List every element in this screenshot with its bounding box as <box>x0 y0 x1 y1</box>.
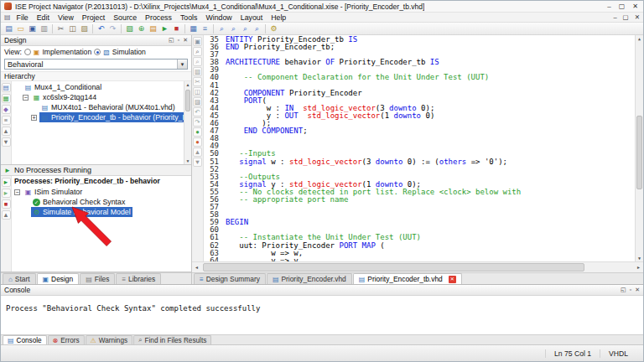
code-line-57[interactable]: 57 <box>204 204 635 211</box>
close-tab-icon[interactable]: ✕ <box>449 276 456 283</box>
code-line-56[interactable]: 56 -- appropriate port name <box>204 196 635 204</box>
panel-tab-design[interactable]: ▣Design <box>37 273 80 284</box>
design-summary-icon[interactable]: ≡ <box>200 23 210 34</box>
mdi-close-icon[interactable]: ✕ <box>635 13 640 21</box>
redo-edit-icon[interactable]: ↷ <box>193 117 202 127</box>
stop-icon[interactable]: ■ <box>171 23 182 34</box>
lightbulb-icon[interactable]: ⚙ <box>268 23 279 34</box>
zoom-out-icon[interactable]: ⌕ <box>228 23 239 34</box>
run-icon[interactable]: ► <box>159 23 170 34</box>
find-next-icon[interactable]: ⌕ <box>193 57 202 66</box>
zoom-in-icon[interactable]: ⌕ <box>216 23 227 34</box>
panel-dock-icon[interactable]: ◱ <box>169 37 174 44</box>
save-file-icon[interactable]: ▣ <box>193 37 202 46</box>
menu-file[interactable]: File <box>13 13 33 22</box>
menu-view[interactable]: View <box>54 13 78 22</box>
redo-icon[interactable]: ↷ <box>107 23 118 34</box>
scroll-right-icon[interactable]: ► <box>636 265 641 270</box>
expander-plus-icon[interactable]: + <box>31 115 37 121</box>
new-file-icon[interactable]: ▤ <box>3 23 14 34</box>
code-line-58[interactable]: 58 <box>204 211 635 219</box>
code-editor[interactable]: 35ENTITY Priority_Encoder_tb IS36END Pri… <box>204 35 643 261</box>
mdi-minimize-icon[interactable]: – <box>613 13 616 21</box>
editor-tab-priority-encoder-tb-vhd[interactable]: ▤Priority_Encoder_tb.vhd✕ <box>353 273 462 284</box>
editor-vertical-scrollbar[interactable]: ▲ ▼ <box>635 35 643 261</box>
menu-source[interactable]: Source <box>109 13 141 22</box>
hierarchy-item-mux4to1-behavioral-mux4to1-vhd[interactable]: ▤MUX4to1 - Behavioral (MUX4to1.vhd) <box>12 102 184 112</box>
snapshots-view-icon[interactable]: ◆ <box>2 105 11 114</box>
move-up-icon[interactable]: ▲ <box>2 127 11 136</box>
editor-tab-design-summary[interactable]: ≡Design Summary <box>194 273 266 284</box>
hierarchy-item-xc6slx9-2tqg144[interactable]: −▦xc6slx9-2tqg144 <box>12 92 184 102</box>
panel-tab-files[interactable]: ▤Files <box>80 273 115 284</box>
console-tab-warnings[interactable]: ⚠Warnings <box>86 335 132 344</box>
stop-process-icon[interactable]: ■ <box>2 199 11 209</box>
window-minimize-icon[interactable]: – <box>607 3 610 10</box>
code-line-47[interactable]: 47 END COMPONENT; <box>204 127 635 135</box>
files-view-icon[interactable]: ▦ <box>2 94 11 103</box>
scroll-up-icon[interactable]: ▲ <box>186 82 190 87</box>
undo-edit-icon[interactable]: ↶ <box>193 107 202 116</box>
panel-float-icon[interactable]: ▫ <box>178 37 179 44</box>
code-line-36[interactable]: 36END Priority_Encoder_tb; <box>204 44 635 51</box>
error-mark-icon[interactable]: ● <box>193 137 202 147</box>
menu-process[interactable]: Process <box>141 13 176 22</box>
sources-view-icon[interactable]: ▤ <box>2 83 11 92</box>
rerun-process-icon[interactable]: ► <box>2 189 11 198</box>
menu-window[interactable]: Window <box>201 13 236 22</box>
scrollbar-thumb[interactable] <box>203 263 584 272</box>
print-page-icon[interactable]: ▥ <box>193 67 202 76</box>
code-line-40[interactable]: 40 -- Component Declaration for the Unit… <box>204 74 635 81</box>
hierarchy-item-mux4-1-conditional[interactable]: ▤Mux4_1_Conditional <box>12 82 184 92</box>
console-tab-errors[interactable]: ⊗Errors <box>48 335 85 344</box>
expander-minus-icon[interactable]: − <box>14 189 20 195</box>
menu-tools[interactable]: Tools <box>176 13 202 22</box>
panel-close-icon[interactable]: ✕ <box>183 37 188 44</box>
create-source-icon[interactable]: ▤ <box>148 23 158 34</box>
save-icon[interactable]: ▣ <box>27 23 38 34</box>
window-close-icon[interactable]: ✕ <box>632 3 638 10</box>
add-source-icon[interactable]: ⊕ <box>136 23 147 34</box>
panel-close-icon[interactable]: ✕ <box>635 287 640 293</box>
copy-text-icon[interactable]: ◫ <box>193 87 202 96</box>
bookmark-up-icon[interactable]: ▲ <box>193 147 202 157</box>
behavioral-dropdown[interactable]: Behavioral ▼ <box>4 59 188 70</box>
zoom-selection-icon[interactable]: ⌕ <box>252 23 262 34</box>
simulation-radio[interactable] <box>94 49 101 55</box>
window-maximize-icon[interactable]: ▢ <box>619 3 626 10</box>
code-line-38[interactable]: 38ARCHITECTURE behavior OF Priority_Enco… <box>204 59 635 66</box>
move-down-icon[interactable]: ▼ <box>2 137 11 147</box>
open-project-icon[interactable]: ▭ <box>15 23 26 34</box>
bookmark-down-icon[interactable]: ▼ <box>193 158 202 167</box>
menu-project[interactable]: Project <box>78 13 109 22</box>
undo-icon[interactable]: ↶ <box>96 23 106 34</box>
paste-icon[interactable]: ▨ <box>79 23 90 34</box>
menu-layout[interactable]: Layout <box>236 13 267 22</box>
zoom-full-icon[interactable]: ⌕ <box>240 23 251 34</box>
process-item-behavioral-check-syntax[interactable]: ✓Behavioral Check Syntax <box>12 197 191 207</box>
panel-dock-icon[interactable]: ◱ <box>621 287 626 293</box>
new-window-icon[interactable]: ▧ <box>124 23 135 34</box>
scrollbar-thumb[interactable] <box>185 90 190 111</box>
scroll-left-icon[interactable]: ◄ <box>195 265 199 270</box>
libraries-view-icon[interactable]: ≡ <box>2 116 11 125</box>
paste-text-icon[interactable]: ▨ <box>193 97 202 106</box>
menu-edit[interactable]: Edit <box>33 13 54 22</box>
cut-text-icon[interactable]: ✂ <box>193 77 202 86</box>
panel-tab-libraries[interactable]: ≡Libraries <box>116 273 161 284</box>
run-process-icon[interactable]: ► <box>2 178 11 187</box>
chevron-down-icon[interactable]: ▼ <box>177 59 187 69</box>
scrollbar-thumb[interactable] <box>636 116 642 189</box>
print-icon[interactable]: ▥ <box>39 23 49 34</box>
code-line-42[interactable]: 42 COMPONENT Priority_Encoder <box>204 90 635 97</box>
implementation-radio[interactable] <box>24 49 31 55</box>
code-line-48[interactable]: 48 <box>204 135 635 142</box>
expander-minus-icon[interactable]: − <box>23 95 29 101</box>
editor-horizontal-scrollbar[interactable]: ◄ ► <box>192 261 643 272</box>
code-line-51[interactable]: 51 signal w : std_logic_vector(3 downto … <box>204 158 635 166</box>
editor-tab-priority-encoder-vhd[interactable]: ▤Priority_Encoder.vhd <box>267 273 352 284</box>
panel-tab-start[interactable]: ⌂Start <box>3 273 36 284</box>
process-item-isim-simulator[interactable]: −▣ISim Simulator <box>12 187 191 197</box>
scroll-down-icon[interactable]: ▼ <box>186 158 190 163</box>
hierarchy-item-priority-encoder-tb-behavior-p[interactable]: +▤Priority_Encoder_tb - behavior (Priori… <box>12 112 184 122</box>
